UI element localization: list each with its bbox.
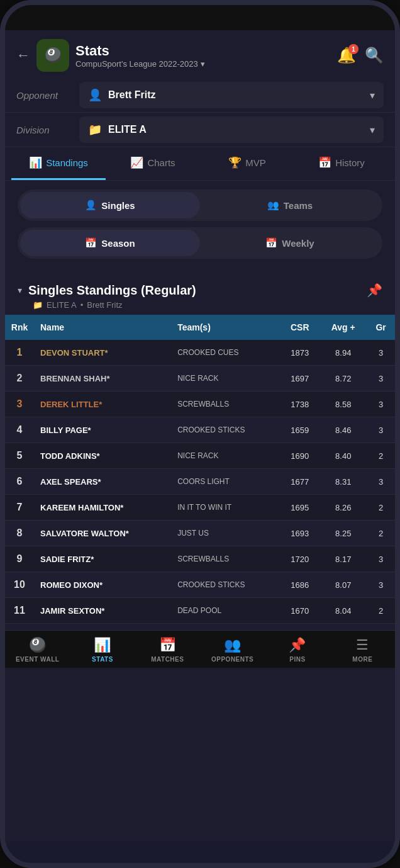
section-header: ▾ Singles Standings (Regular) 📌 📁 ELITE … [5, 271, 395, 315]
csr-cell: 1686 [280, 572, 319, 598]
tab-standings-label: Standings [46, 157, 88, 168]
table-row[interactable]: 1 DEVON STUART* CROOKED CUES 1873 8.94 3 [5, 340, 395, 366]
folder-icon: 📁 [33, 300, 43, 310]
singles-label: Singles [101, 200, 135, 211]
weekly-button[interactable]: 📅 Weekly [200, 230, 380, 256]
notification-button[interactable]: 🔔 1 [337, 47, 356, 64]
header-subtitle[interactable]: CompuSport's League 2022-2023 ▾ [75, 59, 205, 69]
teams-button[interactable]: 👥 Teams [200, 192, 380, 218]
chevron-down-icon: ▾ [370, 89, 375, 101]
avg-cell: 8.94 [319, 340, 367, 366]
csr-cell: 1690 [280, 443, 319, 469]
col-name: Name [34, 315, 172, 340]
nav-more[interactable]: ☰ MORE [330, 631, 395, 668]
pins-icon: 📌 [289, 637, 306, 653]
rank-cell: 5 [5, 443, 34, 469]
tab-charts-label: Charts [147, 157, 175, 168]
name-cell: BILLY PAGE* [34, 417, 172, 443]
section-title-row: ▾ Singles Standings (Regular) 📌 [18, 283, 382, 298]
gr-cell: 3 [367, 417, 395, 443]
team-cell: JUST US [172, 521, 280, 546]
event-wall-icon: 🎱 [29, 637, 46, 653]
table-row[interactable]: 6 AXEL SPEARS* COORS LIGHT 1677 8.31 3 [5, 469, 395, 495]
back-button[interactable]: ← [16, 47, 30, 64]
tab-charts[interactable]: 📈 Charts [106, 147, 200, 180]
chevron-down-icon: ▾ [201, 59, 205, 69]
stats-icon: 📊 [94, 637, 111, 653]
season-icon: 📅 [85, 237, 97, 249]
camera-notch [191, 13, 209, 23]
standings-table: Rnk Name Team(s) CSR Avg + Gr 1 DEVON ST… [5, 315, 395, 624]
gr-cell: 3 [367, 392, 395, 417]
csr-cell: 1695 [280, 495, 319, 521]
gr-cell: 3 [367, 546, 395, 572]
table-row[interactable]: 11 JAMIR SEXTON* DEAD POOL 1670 8.04 2 [5, 598, 395, 624]
section-title: Singles Standings (Regular) [28, 283, 196, 298]
table-row[interactable]: 10 ROMEO DIXON* CROOKED STICKS 1686 8.07… [5, 572, 395, 598]
tab-history-label: History [335, 157, 365, 168]
nav-matches[interactable]: 📅 MATCHES [135, 631, 200, 668]
team-cell: SCREWBALLS [172, 546, 280, 572]
matches-icon: 📅 [159, 637, 176, 653]
rank-cell: 6 [5, 469, 34, 495]
search-button[interactable]: 🔍 [365, 47, 384, 64]
division-selector[interactable]: 📁 ELITE A ▾ [79, 116, 384, 143]
avg-cell: 8.31 [319, 469, 367, 495]
table-row[interactable]: 5 TODD ADKINS* NICE RACK 1690 8.40 2 [5, 443, 395, 469]
table-row[interactable]: 8 SALVATORE WALTON* JUST US 1693 8.25 2 [5, 521, 395, 546]
tab-mvp[interactable]: 🏆 MVP [200, 147, 294, 180]
rank-cell: 9 [5, 546, 34, 572]
opponents-icon: 👥 [224, 637, 241, 653]
season-label: Season [101, 238, 135, 249]
collapse-icon[interactable]: ▾ [18, 285, 22, 295]
opponent-filter-row: Opponent 👤 Brett Fritz ▾ [5, 78, 395, 113]
opponent-label: Opponent [16, 90, 79, 101]
rank-cell: 4 [5, 417, 34, 443]
team-cell: CROOKED STICKS [172, 572, 280, 598]
name-cell: DEREK LITTLE* [34, 392, 172, 417]
avg-cell: 8.07 [319, 572, 367, 598]
table-row[interactable]: 2 BRENNAN SHAH* NICE RACK 1697 8.72 3 [5, 366, 395, 392]
avg-cell: 8.58 [319, 392, 367, 417]
person-icon: 👤 [88, 88, 102, 102]
nav-stats[interactable]: 📊 STATS [70, 631, 135, 668]
weekly-icon: 📅 [265, 237, 277, 249]
table-row[interactable]: 4 BILLY PAGE* CROOKED STICKS 1659 8.46 3 [5, 417, 395, 443]
weekly-label: Weekly [282, 238, 314, 249]
chevron-down-icon: ▾ [370, 124, 375, 136]
col-rank: Rnk [5, 315, 34, 340]
tab-history[interactable]: 📅 History [294, 147, 389, 180]
table-row[interactable]: 9 SADIE FRITZ* SCREWBALLS 1720 8.17 3 [5, 546, 395, 572]
rank-cell: 8 [5, 521, 34, 546]
team-cell: NICE RACK [172, 443, 280, 469]
team-cell: DEAD POOL [172, 598, 280, 624]
pin-icon[interactable]: 📌 [367, 283, 382, 298]
rank-cell: 1 [5, 340, 34, 366]
singles-button[interactable]: 👤 Singles [20, 192, 200, 218]
rank-cell: 10 [5, 572, 34, 598]
logo-icon: 🎱 [45, 47, 62, 64]
table-row[interactable]: 3 DEREK LITTLE* SCREWBALLS 1738 8.58 3 [5, 392, 395, 417]
gr-cell: 3 [367, 340, 395, 366]
table-row[interactable]: 7 KAREEM HAMILTON* IN IT TO WIN IT 1695 … [5, 495, 395, 521]
avg-cell: 8.72 [319, 366, 367, 392]
season-button[interactable]: 📅 Season [20, 230, 200, 256]
nav-event-wall[interactable]: 🎱 EVENT WALL [5, 631, 70, 668]
opponent-selector[interactable]: 👤 Brett Fritz ▾ [79, 82, 384, 108]
subtitle-name: Brett Fritz [87, 300, 122, 310]
avg-cell: 8.04 [319, 598, 367, 624]
nav-opponents[interactable]: 👥 OPPONENTS [200, 631, 265, 668]
team-cell: CROOKED CUES [172, 340, 280, 366]
period-segment-row: 📅 Season 📅 Weekly [18, 227, 382, 259]
gr-cell: 2 [367, 598, 395, 624]
name-cell: ROMEO DIXON* [34, 572, 172, 598]
division-filter-row: Division 📁 ELITE A ▾ [5, 113, 395, 147]
opponents-label: OPPONENTS [211, 656, 253, 663]
division-value: ELITE A [108, 124, 147, 135]
avg-cell: 8.40 [319, 443, 367, 469]
nav-pins[interactable]: 📌 PINS [265, 631, 330, 668]
csr-cell: 1697 [280, 366, 319, 392]
app-header: ← 🎱 Stats CompuSport's League 2022-2023 … [5, 30, 395, 78]
csr-cell: 1720 [280, 546, 319, 572]
tab-standings[interactable]: 📊 Standings [11, 147, 106, 180]
